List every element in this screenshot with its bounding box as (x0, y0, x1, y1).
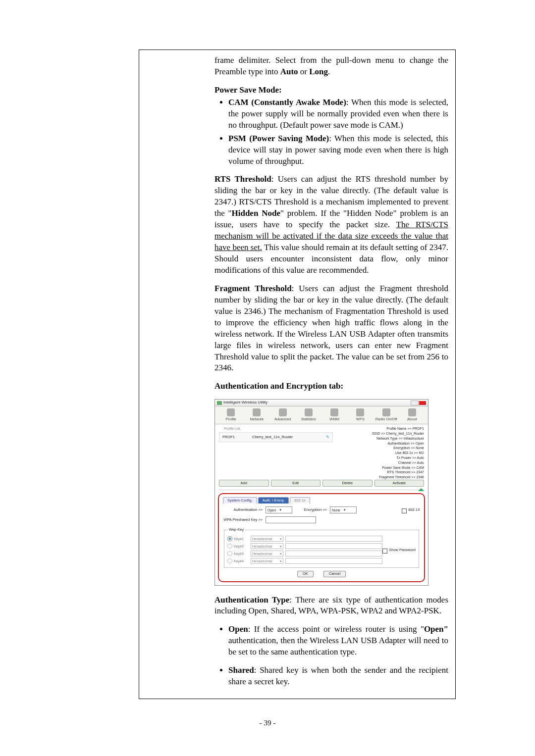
key2-row: Key#2Hexadecimal (227, 543, 382, 549)
show-password-group: Show Password (382, 534, 416, 565)
key4-type[interactable]: Hexadecimal (251, 558, 283, 564)
key-label: Key#3 (234, 552, 251, 556)
wpa-input[interactable] (266, 516, 316, 523)
bold: Hidden Node (232, 208, 280, 218)
key2-radio[interactable] (227, 544, 232, 549)
close-icon[interactable] (419, 401, 426, 405)
profile-list-label: Profile List (224, 426, 333, 431)
enc-select[interactable]: None (330, 506, 357, 513)
left-column (139, 50, 215, 699)
detail-line: Tx Power >> Auto (338, 455, 424, 460)
bold: PSM (Power Saving Mode) (228, 134, 329, 143)
bold: CAM (Constantly Awake Mode) (228, 98, 346, 107)
detail-line: SSID >> Cherry_test_11n_Router (338, 431, 424, 436)
toolbar-advanced[interactable]: Advanced (270, 408, 296, 422)
text: : If the access point or wireless router… (248, 624, 424, 634)
label: Advanced (274, 417, 291, 421)
8021x-check-group: 802.1X (402, 507, 420, 512)
maximize-icon[interactable] (411, 401, 419, 405)
key1-type[interactable]: Hexadecimal (251, 536, 283, 542)
psm-item: PSM (Power Saving Mode): When this mode … (228, 133, 448, 167)
wep-legend: Wep Key (227, 527, 245, 532)
toolbar-profile[interactable]: Profile (218, 408, 244, 422)
profile-name: PROF1 (222, 435, 252, 440)
fragment-paragraph: Fragment Threshold: Users can adjust the… (214, 283, 448, 374)
profile-icon (227, 408, 235, 416)
bold: Fragment Threshold (214, 284, 292, 293)
key4-radio[interactable] (227, 558, 232, 563)
bold: Authentication Type (214, 595, 289, 605)
window-titlebar: Intelligent Wireless Utility (215, 400, 428, 406)
key3-radio[interactable] (227, 551, 232, 556)
profile-area: Profile List PROF1 Cherry_test_11n_Route… (215, 424, 428, 480)
key3-row: Key#3Hexadecimal (227, 551, 382, 556)
page-container: frame delimiter. Select from the pull-do… (69, 0, 466, 747)
wpa-line: WPA Preshared Key >> (223, 516, 420, 523)
profile-row[interactable]: PROF1 Cherry_test_11n_Router ✎ (219, 432, 333, 442)
wpa-label: WPA Preshared Key >> (223, 517, 263, 522)
wep-fieldset: Wep Key Key#1Hexadecimal Key#2Hexadecima… (224, 527, 419, 568)
toolbar-about[interactable]: About (399, 408, 425, 422)
signal-icon: ✎ (326, 435, 329, 440)
about-icon (408, 408, 416, 416)
activate-button[interactable]: Activate (374, 480, 425, 487)
toolbar-statistics[interactable]: Statistics (296, 408, 321, 422)
page-number: - 39 - (69, 719, 466, 727)
toolbar-wmm[interactable]: WMM (321, 408, 347, 422)
key3-type[interactable]: Hexadecimal (251, 551, 283, 556)
bold: Shared (228, 665, 254, 675)
key2-input[interactable] (285, 543, 382, 549)
cancel-button[interactable]: Cancel (323, 571, 346, 577)
profile-button-row: Add Edit Delete Activate (215, 480, 428, 487)
power-save-list: CAM (Constantly Awake Mode): When this m… (214, 97, 448, 167)
label: Radio On/Off (375, 417, 397, 421)
shared-item: Shared: Shared key is when both the send… (228, 665, 448, 688)
auth-select[interactable]: Open (266, 506, 292, 513)
key1-input[interactable] (285, 536, 382, 542)
bold: Long (309, 67, 328, 76)
auth-enc-heading: Authentication and Encryption tab: (214, 381, 448, 392)
text: : Shared key is when both the sender and… (228, 665, 448, 686)
key2-type[interactable]: Hexadecimal (251, 543, 283, 549)
edit-button[interactable]: Edit (271, 480, 321, 487)
key4-input[interactable] (285, 558, 382, 564)
key1-row: Key#1Hexadecimal (227, 536, 382, 542)
key3-input[interactable] (285, 551, 382, 556)
detail-line: RTS Threshold >> 2347 (338, 470, 424, 475)
ok-cancel-row: OK Cancel (223, 571, 420, 577)
key1-radio[interactable] (227, 536, 232, 541)
tab-8021x[interactable]: 802.1x (290, 497, 310, 504)
delete-button[interactable]: Delete (322, 480, 373, 487)
tab-system-config[interactable]: System Config. (223, 497, 257, 504)
auth-label: Authentication >> (223, 507, 263, 512)
text: . (328, 67, 330, 76)
show-password-checkbox[interactable] (382, 549, 387, 554)
bold: Auto (280, 67, 298, 76)
detail-line: Use 802.1x >> NO (338, 451, 424, 455)
app-icon (217, 401, 222, 405)
profile-details: Profile Name >> PROF1 SSID >> Cherry_tes… (333, 426, 424, 480)
8021x-checkbox[interactable] (402, 508, 407, 513)
divider (219, 490, 424, 490)
content-table: frame delimiter. Select from the pull-do… (139, 50, 456, 699)
label: WPS (356, 417, 365, 421)
label: WMM (329, 417, 339, 421)
tab-auth-encry[interactable]: Auth. \ Encry. (258, 497, 289, 504)
rts-paragraph: RTS Threshold: Users can adjust the RTS … (214, 174, 448, 276)
toolbar-network[interactable]: Network (244, 408, 269, 422)
detail-line: Authentication >> Open (338, 441, 424, 446)
label: Statistics (301, 417, 316, 421)
utility-screenshot: Intelligent Wireless Utility Profile Net… (214, 399, 428, 585)
detail-line: Channel >> Auto (338, 460, 424, 465)
toolbar-wps[interactable]: WPS (347, 408, 373, 422)
advanced-icon (279, 408, 287, 416)
bold: Open" (424, 624, 448, 634)
toolbar-radio[interactable]: Radio On/Off (374, 408, 399, 422)
ok-button[interactable]: OK (297, 571, 314, 577)
add-button[interactable]: Add (219, 480, 269, 487)
profile-ssid: Cherry_test_11n_Router (252, 435, 293, 440)
value: None (332, 508, 340, 512)
wps-icon (356, 408, 364, 416)
radio-icon (382, 408, 390, 416)
network-icon (253, 408, 261, 416)
